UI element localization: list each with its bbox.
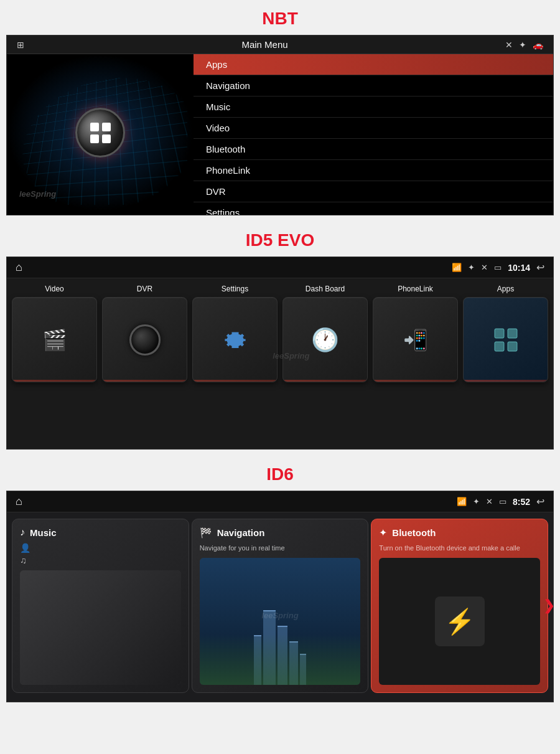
id6-home-icon[interactable]: ⌂: [16, 495, 22, 508]
id6-nav-title: Navigation: [217, 527, 265, 538]
id5-settings-card[interactable]: [192, 297, 278, 382]
nbt-content: leeSpring Apps Navigation Music Video Bl…: [7, 54, 553, 211]
id6-music-title: Music: [30, 527, 57, 538]
nbt-topbar-title: Main Menu: [30, 39, 499, 50]
id6-content: ♪ Music 👤 ♫ 🏁 Navigation Navigate for yo…: [7, 512, 553, 699]
nbt-car-icon: 🚗: [533, 40, 543, 50]
id6-note-icon: ♫: [20, 555, 181, 565]
nbt-menu-icon: ⊞: [17, 40, 24, 50]
page-wrapper: NBT ⊞ Main Menu ✕ ✦ 🚗: [0, 0, 560, 715]
nbt-menu-settings[interactable]: Settings: [194, 202, 553, 215]
nbt-screen: ⊞ Main Menu ✕ ✦ 🚗 lee: [6, 35, 554, 215]
id6-bt-card[interactable]: ✦ Bluetooth Turn on the Bluetooth device…: [371, 519, 548, 693]
id5-phonelink-label: PhoneLink: [398, 285, 433, 293]
id5-dashboard-icon: 🕐: [311, 327, 339, 353]
nbt-menu-video[interactable]: Video: [194, 118, 553, 139]
id6-battery-icon: ▭: [499, 497, 506, 506]
id5-app-video[interactable]: Video 🎬: [12, 278, 97, 382]
id5-content: Video 🎬 DVR Settings: [7, 278, 553, 449]
id5-screen: ⌂ 📶 ✦ ✕ ▭ 10:14 ↩ Video 🎬 DVR: [6, 257, 554, 450]
nbt-watermark: leeSpring: [19, 189, 56, 199]
id6-person-icon: 👤: [20, 543, 181, 553]
id5-apps-card[interactable]: [463, 297, 548, 382]
id5-watermark: leeSpring: [273, 351, 309, 361]
divider-2: [0, 450, 560, 456]
id5-title: ID5 EVO: [246, 230, 314, 250]
id6-wifi-icon: 📶: [457, 497, 467, 506]
id5-video-card[interactable]: 🎬: [12, 297, 97, 382]
id5-app-dashboard[interactable]: Dash Board 🕐: [282, 278, 368, 382]
id5-wifi-icon: 📶: [452, 263, 462, 272]
id6-topbar-right: 📶 ✦ ✕ ▭ 8:52 ↩: [457, 496, 544, 507]
nav-road: [200, 634, 361, 685]
id6-close-icon: ✕: [486, 497, 493, 506]
nbt-left-panel: leeSpring: [7, 54, 194, 211]
id6-bt-icon: ✦: [379, 527, 387, 539]
nbt-menu-music[interactable]: Music: [194, 97, 553, 118]
nbt-menu-navigation[interactable]: Navigation: [194, 75, 553, 97]
nbt-menu-phonelink[interactable]: PhoneLink: [194, 160, 553, 181]
id6-bt-header: ✦ Bluetooth: [379, 527, 540, 539]
id5-bluetooth-icon: ✦: [468, 263, 475, 272]
id5-section-title: ID5 EVO: [0, 222, 560, 257]
id5-gear-icon: [221, 326, 250, 354]
id6-bt-desc: Turn on the Bluetooth device and make a …: [379, 544, 540, 553]
nbt-logo-inner: [88, 120, 113, 146]
id6-nav-icon: 🏁: [200, 527, 212, 539]
id6-time: 8:52: [513, 497, 530, 507]
id6-music-icons: 👤 ♫: [20, 543, 181, 565]
nav-buildings: [200, 558, 361, 685]
nbt-logo-sq1: [90, 123, 99, 131]
svg-rect-3: [508, 342, 517, 351]
id6-nav-card[interactable]: 🏁 Navigation Navigate for you in real ti…: [192, 519, 369, 693]
music-thumb-bg: [20, 570, 181, 685]
id6-bluetooth-icon: ✦: [473, 497, 480, 506]
id6-nav-thumb: [200, 558, 361, 685]
id6-bt-title: Bluetooth: [392, 527, 436, 538]
id5-apps-grid-icon: [492, 326, 520, 354]
bt-symbol-container: ⚡: [435, 596, 485, 646]
id6-music-card[interactable]: ♪ Music 👤 ♫: [12, 519, 189, 693]
nbt-menu-bluetooth[interactable]: Bluetooth: [194, 139, 553, 160]
id6-next-arrow[interactable]: ❯: [543, 598, 554, 614]
nbt-logo-sq4: [102, 134, 111, 143]
nbt-topbar: ⊞ Main Menu ✕ ✦ 🚗: [7, 35, 553, 54]
id5-back-icon[interactable]: ↩: [536, 262, 544, 273]
nbt-menu-dvr[interactable]: DVR: [194, 181, 553, 202]
nbt-logo-sq3: [90, 134, 99, 143]
id5-dvr-label: DVR: [137, 285, 152, 293]
svg-rect-1: [508, 329, 517, 338]
nbt-logo-sq2: [102, 123, 111, 131]
id5-settings-label: Settings: [222, 285, 248, 293]
id5-battery-icon: ▭: [494, 263, 502, 272]
id5-home-icon[interactable]: ⌂: [16, 261, 22, 274]
id5-app-apps[interactable]: Apps: [463, 278, 548, 382]
nbt-menu-apps[interactable]: Apps: [194, 54, 553, 75]
id5-app-settings[interactable]: Settings: [192, 278, 278, 382]
id5-time: 10:14: [508, 263, 530, 273]
divider-1: [0, 215, 560, 222]
id6-back-icon[interactable]: ↩: [536, 496, 544, 507]
nbt-logo-circle: [75, 108, 125, 158]
id5-phonelink-icon: 📲: [403, 328, 428, 352]
svg-rect-2: [495, 342, 504, 351]
id5-apps-label: Apps: [497, 285, 514, 293]
id5-topbar-right: 📶 ✦ ✕ ▭ 10:14 ↩: [452, 262, 544, 273]
id5-topbar: ⌂ 📶 ✦ ✕ ▭ 10:14 ↩: [7, 257, 553, 278]
nbt-bluetooth-icon: ✦: [519, 40, 526, 50]
id5-phonelink-card[interactable]: 📲: [373, 297, 458, 382]
id6-nav-header: 🏁 Navigation: [200, 527, 361, 539]
id5-dashboard-label: Dash Board: [306, 285, 345, 293]
id6-music-header: ♪ Music: [20, 527, 181, 538]
id6-screen: ⌂ 📶 ✦ ✕ ▭ 8:52 ↩ ♪ Music 👤 ♫: [6, 491, 554, 702]
id6-topbar: ⌂ 📶 ✦ ✕ ▭ 8:52 ↩: [7, 491, 553, 512]
id6-nav-desc: Navigate for you in real time: [200, 544, 361, 553]
id5-app-dvr[interactable]: DVR: [102, 278, 187, 382]
id6-music-icon: ♪: [20, 527, 25, 538]
nbt-menu: Apps Navigation Music Video Bluetooth Ph…: [194, 54, 553, 211]
id5-dashboard-card[interactable]: 🕐: [282, 297, 368, 382]
id6-music-thumb: [20, 570, 181, 685]
id5-app-phonelink[interactable]: PhoneLink 📲: [373, 278, 458, 382]
id5-dvr-card[interactable]: [102, 297, 187, 382]
nbt-title: NBT: [262, 9, 298, 28]
